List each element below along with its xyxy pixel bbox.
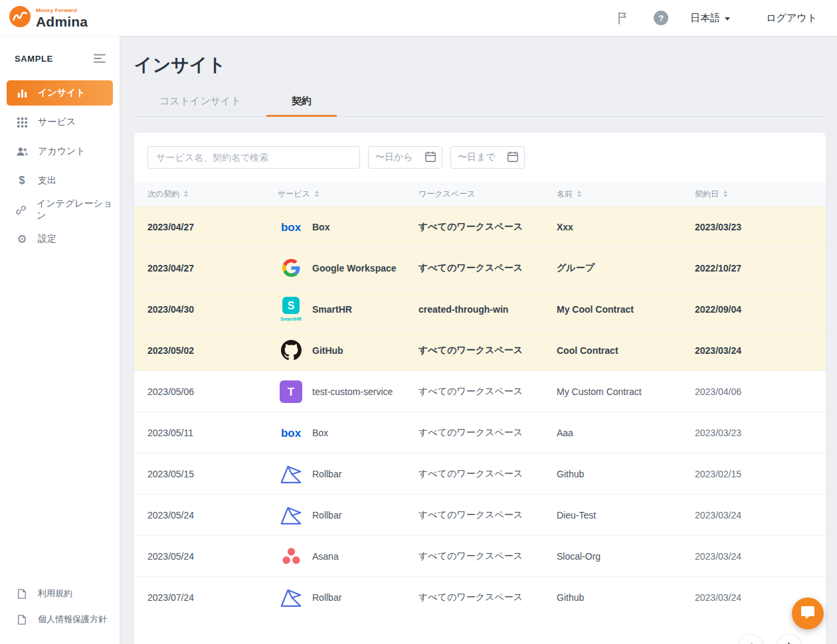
column-header-service[interactable]: サービス <box>264 182 405 206</box>
contract-name-cell: Xxx <box>543 206 682 247</box>
main-content: インサイト コストインサイト 契約 〜日から 〜日まで <box>120 36 837 644</box>
service-cell: Rollbar <box>264 577 405 617</box>
service-cell: Rollbar <box>264 495 405 535</box>
sidebar-item-insights[interactable]: インサイト <box>7 80 113 106</box>
contract-name-cell: Dieu-Test <box>543 495 682 535</box>
contract-date-cell: 2023/04/06 <box>682 371 826 412</box>
service-name: test-custom-service <box>312 386 393 397</box>
sidebar-item-label: インサイト <box>38 87 86 99</box>
service-name: GitHub <box>312 345 343 356</box>
sidebar-item-accounts[interactable]: アカウント <box>7 139 113 164</box>
column-label: サービス <box>278 189 310 200</box>
language-label: 日本語 <box>690 12 720 25</box>
workspace-cell: すべてのワークスペース <box>405 248 543 288</box>
next-contract-cell: 2023/07/24 <box>134 577 264 617</box>
contract-name-cell: Cool Contract <box>543 330 682 370</box>
topbar: Money Forward Admina ? 日本語 ログアウト <box>0 0 837 36</box>
sidebar-item-label: サービス <box>38 116 76 128</box>
grid-icon <box>15 118 29 127</box>
page-title: インサイト <box>134 53 826 77</box>
asana-logo-icon <box>278 546 304 566</box>
column-header-name[interactable]: 名前 <box>543 182 682 206</box>
sidebar-item-services[interactable]: サービス <box>7 110 113 135</box>
sort-icon[interactable] <box>723 191 727 197</box>
service-name: Box <box>312 222 329 232</box>
next-contract-cell: 2023/04/27 <box>134 206 264 247</box>
date-from-placeholder: 〜日から <box>375 151 413 163</box>
date-to-input[interactable]: 〜日まで <box>450 146 525 169</box>
logout-button[interactable]: ログアウト <box>766 12 817 25</box>
sidebar-collapse-icon[interactable] <box>90 49 109 68</box>
moneyforward-logo-icon <box>9 6 31 30</box>
terms-of-service-link[interactable]: 利用規約 <box>7 582 113 605</box>
table-row[interactable]: 2023/05/06Ttest-custom-serviceすべてのワークスペー… <box>134 370 826 412</box>
workspace-cell: すべてのワークスペース <box>405 453 543 494</box>
table-row[interactable]: 2023/07/24RollbarすべてのワークスペースGithub2023/0… <box>134 576 826 617</box>
table-row[interactable]: 2023/04/30SSmartHRSmartHRcreated-through… <box>134 288 826 329</box>
brand-logo[interactable]: Money Forward Admina <box>9 6 88 30</box>
service-cell: boxBox <box>264 412 405 453</box>
next-contract-cell: 2023/05/24 <box>134 495 264 535</box>
sort-icon[interactable] <box>184 191 188 197</box>
rollbar-logo-icon <box>278 464 304 484</box>
flag-icon[interactable] <box>613 9 632 27</box>
link-icon <box>15 204 27 216</box>
search-input[interactable] <box>147 146 360 169</box>
svg-text:box: box <box>281 427 302 440</box>
sidebar-item-integrations[interactable]: インテグレーション <box>7 197 113 222</box>
pagination-next-button[interactable] <box>778 635 800 644</box>
column-header-contract-date[interactable]: 契約日 <box>682 182 826 206</box>
tab-contracts[interactable]: 契約 <box>266 88 337 117</box>
contract-date-cell: 2023/03/23 <box>682 412 826 453</box>
help-icon[interactable]: ? <box>652 9 670 27</box>
contract-name-cell: Slocal-Org <box>543 536 682 576</box>
rollbar-logo-icon <box>278 505 304 525</box>
dollar-icon: $ <box>15 175 29 187</box>
svg-text:S: S <box>288 300 295 311</box>
table-row[interactable]: 2023/04/27Google Workspaceすべてのワークスペースグルー… <box>134 247 826 288</box>
contract-date-cell: 2022/09/04 <box>682 289 826 329</box>
brand-small-label: Money Forward <box>36 8 88 13</box>
privacy-policy-link[interactable]: 個人情報保護方針 <box>7 607 113 631</box>
contract-date-cell: 2023/03/24 <box>682 536 826 576</box>
sort-icon[interactable] <box>577 191 581 197</box>
service-cell: GitHub <box>264 330 405 370</box>
column-label: 契約日 <box>695 189 719 200</box>
table-row[interactable]: 2023/05/15RollbarすべてのワークスペースGithub2023/0… <box>134 453 826 494</box>
service-name: Rollbar <box>312 592 341 603</box>
contract-date-cell: 2023/03/23 <box>682 206 826 247</box>
contract-name-cell: Github <box>543 453 682 494</box>
date-from-input[interactable]: 〜日から <box>368 146 442 169</box>
people-icon <box>15 146 29 157</box>
calendar-icon <box>424 151 436 165</box>
contract-name-cell: My Custom Contract <box>543 371 682 412</box>
table-row[interactable]: 2023/05/24AsanaすべてのワークスペースSlocal-Org2023… <box>134 535 826 576</box>
chat-launcher-button[interactable] <box>792 598 824 629</box>
contract-name-cell: Aaa <box>543 412 682 453</box>
next-contract-cell: 2023/05/11 <box>134 412 264 453</box>
sidebar-item-settings[interactable]: ⚙ 設定 <box>7 226 113 252</box>
sidebar: SAMPLE インサイト サービス アカウント $ 支出 <box>0 36 120 644</box>
pagination-prev-button[interactable] <box>739 635 762 644</box>
sidebar-item-label: 設定 <box>38 233 56 245</box>
custom-service-logo-icon: T <box>278 380 304 403</box>
next-contract-cell: 2023/05/15 <box>134 453 264 494</box>
column-header-next-contract[interactable]: 次の契約 <box>134 182 264 206</box>
table-row[interactable]: 2023/05/11boxBoxすべてのワークスペースAaa2023/03/23 <box>134 412 826 453</box>
next-contract-cell: 2023/05/06 <box>134 371 264 412</box>
workspace-cell: created-through-win <box>405 289 543 329</box>
language-dropdown[interactable]: 日本語 <box>690 12 730 25</box>
table-row[interactable]: 2023/05/24RollbarすべてのワークスペースDieu-Test202… <box>134 494 826 535</box>
sidebar-item-spend[interactable]: $ 支出 <box>7 168 113 193</box>
smarthr-logo-icon: SSmartHR <box>278 296 304 323</box>
next-contract-cell: 2023/04/30 <box>134 289 264 329</box>
contract-date-cell: 2023/03/24 <box>682 495 826 535</box>
sort-icon[interactable] <box>315 191 319 197</box>
tab-cost-insights[interactable]: コストインサイト <box>134 88 266 117</box>
sidebar-item-label: インテグレーション <box>37 198 113 222</box>
column-label: 次の契約 <box>147 189 179 200</box>
chevron-down-icon <box>725 17 730 21</box>
column-label: ワークスペース <box>418 189 475 200</box>
table-row[interactable]: 2023/05/02GitHubすべてのワークスペースCool Contract… <box>134 329 826 370</box>
table-row[interactable]: 2023/04/27boxBoxすべてのワークスペースXxx2023/03/23 <box>134 206 826 247</box>
